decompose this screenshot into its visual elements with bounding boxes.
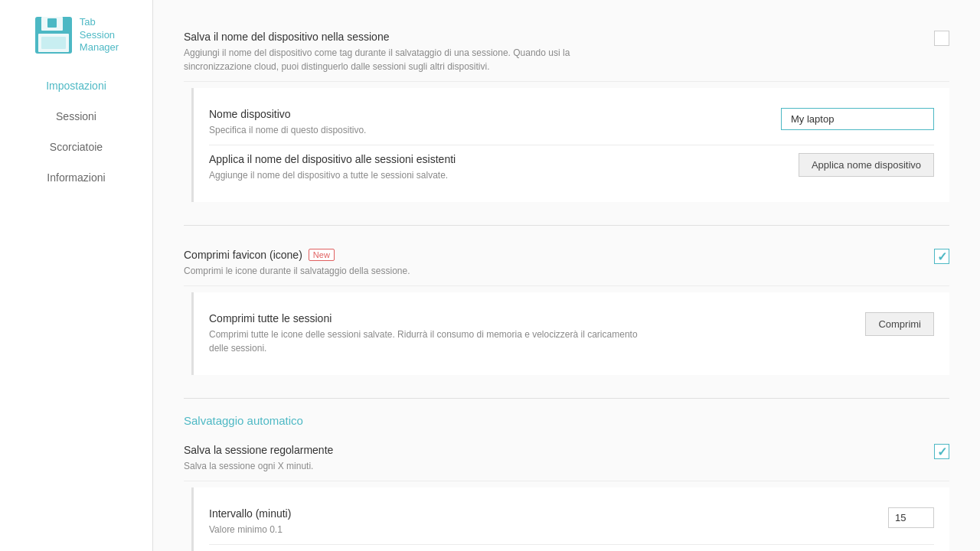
svg-rect-4 [41, 37, 66, 49]
device-name-desc: Aggiungi il nome del dispositivo come ta… [184, 46, 628, 73]
favicon-row: Comprimi favicon (icone) New Comprimi le… [184, 241, 949, 286]
max-saved-row: Numero massimo salvato Numero massimo di… [209, 545, 934, 551]
favicon-section: Comprimi favicon (icone) New Comprimi le… [184, 241, 949, 375]
divider-2 [184, 398, 949, 399]
device-name-title: Salva il nome del dispositivo nella sess… [184, 31, 919, 43]
autosave-checkbox[interactable]: ✓ [934, 444, 949, 459]
favicon-new-badge: New [309, 249, 335, 261]
sidebar-item-scorciatoie[interactable]: Scorciatoie [0, 132, 152, 162]
device-name-input-row: Nome dispositivo Specifica il nome di qu… [209, 100, 934, 145]
apply-device-name-title: Applica il nome del dispositivo alle ses… [209, 153, 783, 165]
interval-row: Intervallo (minuti) Valore minimo 0.1 [209, 500, 934, 545]
sidebar-nav: Impostazioni Sessioni Scorciatoie Inform… [0, 70, 152, 193]
autosave-title: Salva la sessione regolarmente [184, 444, 919, 456]
device-name-input-desc: Specifica il nome di questo dispositivo. [209, 123, 653, 137]
autosave-sub: Intervallo (minuti) Valore minimo 0.1 Nu… [191, 487, 949, 551]
sidebar-item-sessioni[interactable]: Sessioni [0, 101, 152, 132]
compress-all-desc: Comprimi tutte le icone delle sessioni s… [209, 328, 653, 355]
logo-area: Tab Session Manager [21, 8, 131, 70]
compress-all-title: Comprimi tutte le sessioni [209, 312, 850, 324]
autosave-checkmark: ✓ [937, 445, 947, 459]
app-name: Tab Session Manager [80, 16, 119, 55]
device-name-input-title: Nome dispositivo [209, 108, 766, 120]
apply-device-name-row: Applica il nome del dispositivo alle ses… [209, 145, 934, 190]
favicon-sub: Comprimi tutte le sessioni Comprimi tutt… [191, 292, 949, 375]
autosave-section: Salvataggio automatico Salva la sessione… [184, 414, 949, 551]
interval-title: Intervallo (minuti) [209, 507, 873, 520]
device-name-row: Salva il nome del dispositivo nella sess… [184, 23, 949, 82]
interval-input[interactable] [888, 507, 934, 528]
autosave-desc: Salva la sessione ogni X minuti. [184, 459, 628, 473]
apply-device-name-button[interactable]: Applica nome dispositivo [799, 153, 934, 177]
sidebar: Tab Session Manager Impostazioni Session… [0, 0, 153, 551]
favicon-checkmark: ✓ [937, 249, 947, 264]
autosave-header: Salvataggio automatico [184, 414, 949, 427]
apply-device-name-desc: Aggiunge il nome del dispositivo a tutte… [209, 168, 653, 182]
divider-1 [184, 225, 949, 226]
autosave-row: Salva la sessione regolarmente Salva la … [184, 436, 949, 481]
main-content: Salva il nome del dispositivo nella sess… [153, 0, 980, 551]
app-logo-icon [34, 15, 74, 55]
device-name-checkbox[interactable] [934, 31, 949, 46]
svg-rect-2 [47, 18, 57, 28]
favicon-checkbox[interactable]: ✓ [934, 249, 949, 264]
favicon-title: Comprimi favicon (icone) New [184, 249, 919, 261]
compress-button[interactable]: Comprimi [865, 312, 934, 336]
compress-all-row: Comprimi tutte le sessioni Comprimi tutt… [209, 305, 934, 363]
device-name-input[interactable] [781, 108, 934, 130]
sidebar-item-impostazioni[interactable]: Impostazioni [0, 70, 152, 101]
favicon-desc: Comprimi le icone durante il salvataggio… [184, 264, 628, 278]
device-name-section: Salva il nome del dispositivo nella sess… [184, 23, 949, 202]
device-name-sub: Nome dispositivo Specifica il nome di qu… [191, 88, 949, 202]
interval-desc: Valore minimo 0.1 [209, 523, 653, 536]
sidebar-item-informazioni[interactable]: Informazioni [0, 162, 152, 193]
